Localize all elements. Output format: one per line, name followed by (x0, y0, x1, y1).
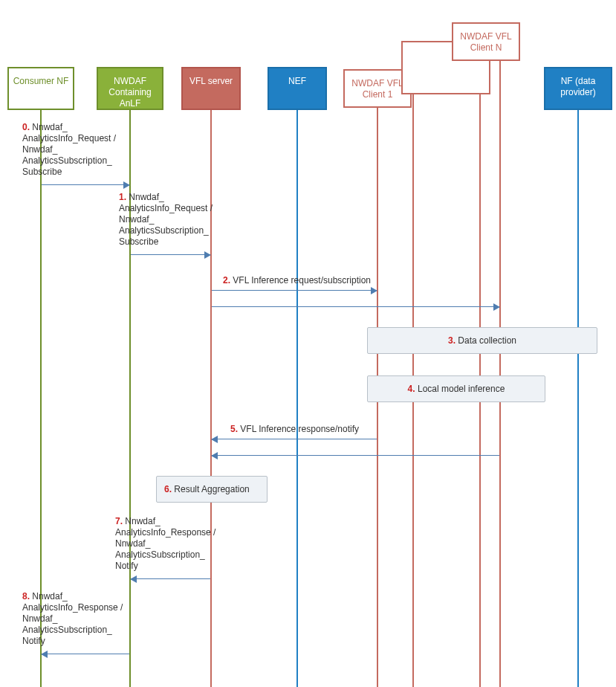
message-2-arrow-a (212, 290, 377, 291)
message-number: 4. (408, 384, 415, 394)
message-number: 3. (448, 335, 455, 346)
participant-label: NWDAF Containing AnLF (108, 76, 151, 109)
message-number: 0. (22, 122, 30, 132)
message-number: 1. (119, 192, 126, 202)
message-text: Nnwdaf_ AnalyticsInfo_Response / Nnwdaf_… (22, 591, 123, 646)
message-number: 7. (115, 516, 123, 526)
participant-label: NWDAF VFL Client 1 (351, 78, 403, 100)
message-text: Nnwdaf_ AnalyticsInfo_Response / Nnwdaf_… (115, 516, 215, 571)
message-1-label: 1. Nnwdaf_ AnalyticsInfo_Request / Nnwda… (119, 192, 213, 248)
box-result-aggregation: 6. Result Aggregation (156, 476, 268, 503)
participant-label: NEF (288, 76, 306, 86)
box-local-model-inference: 4. Local model inference (367, 375, 545, 402)
message-5-label: 5. VFL Inference response/notify (230, 424, 359, 435)
message-number: 6. (164, 484, 172, 494)
message-text: VFL Inference request/subscription (233, 275, 371, 286)
message-number: 5. (230, 424, 238, 434)
participant-label: NWDAF VFL Client N (460, 31, 511, 53)
message-5-arrow-b (212, 455, 499, 456)
message-text: Nnwdaf_ AnalyticsInfo_Request / Nnwdaf_ … (119, 192, 213, 247)
message-8-label: 8. Nnwdaf_ AnalyticsInfo_Response / Nnwd… (22, 591, 123, 647)
message-number: 2. (223, 275, 230, 286)
message-2-arrow-b (212, 306, 499, 307)
participant-nwdaf-anlf: NWDAF Containing AnLF (97, 67, 163, 110)
participant-vfl-server: VFL server (181, 67, 241, 110)
participant-consumer-nf: Consumer NF (7, 67, 74, 110)
message-0-arrow (42, 184, 129, 185)
participant-nf-data-provider: NF (data provider) (544, 67, 612, 110)
message-number: 8. (22, 591, 30, 601)
message-0-label: 0. Nnwdaf_ AnalyticsInfo_Request / Nnwda… (22, 122, 116, 178)
message-text: Data collection (458, 335, 516, 346)
participant-vfl-client-n: NWDAF VFL Client N (452, 22, 520, 61)
message-7-arrow (131, 578, 210, 579)
message-8-arrow (42, 654, 129, 654)
participant-label: NF (data provider) (560, 76, 595, 97)
message-text: Local model inference (418, 384, 505, 394)
message-5-arrow-a (212, 439, 377, 439)
sequence-diagram: Consumer NF NWDAF Containing AnLF VFL se… (0, 0, 616, 687)
lifeline-nf-data-provider (577, 110, 579, 687)
participant-label: Consumer NF (13, 76, 69, 86)
participant-nef: NEF (268, 67, 327, 110)
message-text: VFL Inference response/notify (240, 424, 359, 434)
message-7-label: 7. Nnwdaf_ AnalyticsInfo_Response / Nnwd… (115, 516, 215, 572)
lifeline-vfl-client-n (499, 61, 501, 687)
message-text: Nnwdaf_ AnalyticsInfo_Request / Nnwdaf_ … (22, 122, 116, 177)
box-data-collection: 3. Data collection (367, 327, 597, 354)
message-1-arrow (131, 254, 210, 255)
message-text: Result Aggregation (174, 484, 249, 494)
participant-label: VFL server (189, 76, 233, 86)
message-2-label: 2. VFL Inference request/subscription (223, 275, 371, 286)
lifeline-nef (296, 110, 298, 687)
